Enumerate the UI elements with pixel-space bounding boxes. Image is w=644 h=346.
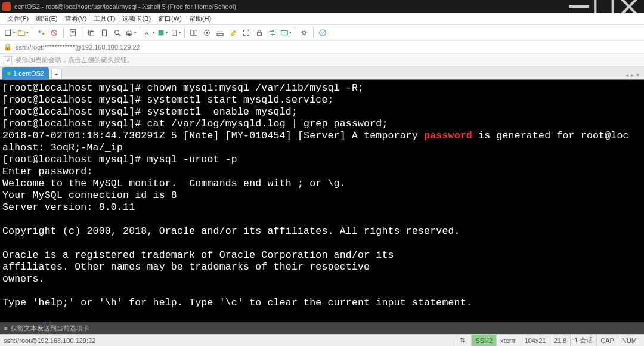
address-bar[interactable]: 🔒 ssh://root:************@192.168.100.12… bbox=[0, 41, 644, 54]
terminal-line: owners. bbox=[2, 273, 642, 285]
paste-icon[interactable] bbox=[98, 27, 110, 39]
svg-rect-23 bbox=[158, 30, 163, 35]
transfer-icon[interactable] bbox=[267, 27, 278, 39]
status-segment: SSH2 bbox=[471, 335, 496, 346]
svg-rect-14 bbox=[90, 31, 94, 36]
tab-add-button[interactable]: + bbox=[51, 69, 62, 79]
svg-text:?: ? bbox=[321, 30, 324, 35]
compose-icon[interactable] bbox=[214, 27, 226, 39]
menu-item[interactable]: 工具(T) bbox=[90, 13, 119, 24]
svg-point-17 bbox=[115, 30, 119, 34]
terminal-line: 2018-07-02T01:18:44.730291Z 5 [Note] [MY… bbox=[2, 130, 642, 142]
svg-rect-25 bbox=[194, 30, 197, 35]
close-button[interactable] bbox=[617, 0, 642, 13]
new-session-icon[interactable]: ▾ bbox=[4, 27, 16, 39]
open-icon[interactable]: ▾ bbox=[17, 27, 29, 39]
maximize-button[interactable] bbox=[592, 0, 617, 13]
terminal-line: Oracle is a registered trademark of Orac… bbox=[2, 249, 642, 261]
svg-rect-15 bbox=[103, 30, 107, 36]
terminal-line: [root@localhost mysql]# systemctl enable… bbox=[2, 106, 642, 118]
menu-item[interactable]: 文件(F) bbox=[4, 13, 32, 24]
svg-line-18 bbox=[119, 33, 121, 36]
status-left: ssh://root@192.168.100.129:22 bbox=[4, 337, 456, 344]
hint-bar: ↲ 要添加当前会话，点击左侧的箭头按钮。 bbox=[0, 54, 644, 67]
svg-point-7 bbox=[42, 33, 45, 35]
status-segment: NUM bbox=[618, 335, 640, 346]
xftp-icon[interactable]: ▾ bbox=[280, 27, 292, 39]
terminal-line: [root@localhost mysql]# chown mysql:mysq… bbox=[2, 82, 642, 94]
terminal-line bbox=[2, 214, 642, 225]
tunneling-icon[interactable] bbox=[201, 27, 213, 39]
tab-left-arrow-icon[interactable]: ◂ bbox=[626, 72, 628, 78]
status-segment: 21,8 bbox=[550, 335, 570, 346]
menu-item[interactable]: 窗口(W) bbox=[154, 13, 185, 24]
compose-text: 仅将文本发送到当前选项卡 bbox=[11, 324, 89, 333]
tab-bar: 1 centOS2 + ◂ ▸ ▾ bbox=[0, 67, 644, 80]
menu-item[interactable]: 查看(V) bbox=[61, 13, 91, 24]
terminal-line: alhost: 3oqR;-Ma/_ip bbox=[2, 142, 642, 154]
app-icon bbox=[2, 2, 11, 11]
properties-icon[interactable] bbox=[67, 27, 79, 39]
svg-rect-30 bbox=[258, 32, 262, 35]
menu-item[interactable]: 帮助(H) bbox=[185, 13, 215, 24]
menu-bar: 文件(F)编辑(E)查看(V)工具(T)选项卡(B)窗口(W)帮助(H) bbox=[0, 13, 644, 25]
font-icon[interactable]: A▾ bbox=[143, 27, 155, 39]
window-title: centOS2 - root@localhost:/usr/local/mysq… bbox=[14, 3, 566, 10]
terminal-line: affiliates. Other names may be trademark… bbox=[2, 261, 642, 273]
tab-right-arrow-icon[interactable]: ▸ bbox=[631, 72, 634, 78]
terminal-output[interactable]: [root@localhost mysql]# chown mysql:mysq… bbox=[0, 80, 644, 322]
terminal-line: [root@localhost mysql]# mysql -uroot -p bbox=[2, 154, 642, 166]
color-icon[interactable]: ▾ bbox=[156, 27, 168, 39]
help-icon[interactable]: ? bbox=[317, 27, 329, 39]
connection-status-icon bbox=[7, 72, 11, 75]
address-text: ssh://root:************@192.168.100.129:… bbox=[16, 44, 140, 51]
terminal-line: Type 'help;' or '\h' for help. Type '\c'… bbox=[2, 297, 642, 309]
svg-line-9 bbox=[52, 31, 55, 34]
lock-icon[interactable] bbox=[253, 27, 265, 39]
terminal-line: Copyright (c) 2000, 2018, Oracle and/or … bbox=[2, 225, 642, 237]
minimize-button[interactable] bbox=[566, 0, 592, 13]
status-indicator-icon: ⇅ bbox=[456, 335, 469, 346]
title-bar: centOS2 - root@localhost:/usr/local/mysq… bbox=[0, 0, 644, 13]
highlight-icon[interactable] bbox=[227, 27, 239, 39]
svg-point-32 bbox=[302, 31, 305, 34]
terminal-line: Server version: 8.0.11 bbox=[2, 202, 642, 214]
svg-point-27 bbox=[206, 32, 208, 34]
tab-menu-icon[interactable]: ▾ bbox=[636, 72, 639, 78]
disconnect-icon[interactable] bbox=[48, 27, 60, 39]
hint-text: 要添加当前会话，点击左侧的箭头按钮。 bbox=[16, 55, 134, 64]
lock-small-icon: 🔒 bbox=[4, 43, 12, 51]
tab-centos2[interactable]: 1 centOS2 bbox=[2, 67, 49, 79]
svg-rect-28 bbox=[217, 33, 224, 35]
find-icon[interactable] bbox=[112, 27, 123, 39]
svg-rect-20 bbox=[128, 30, 131, 32]
reconnect-icon[interactable] bbox=[35, 27, 47, 39]
svg-rect-16 bbox=[103, 29, 106, 30]
fullscreen-icon[interactable] bbox=[240, 27, 252, 39]
compose-bar[interactable]: ≡ 仅将文本发送到当前选项卡 bbox=[0, 322, 644, 334]
menu-item[interactable]: 选项卡(B) bbox=[119, 13, 154, 24]
svg-text:A: A bbox=[144, 29, 148, 36]
terminal-line: [root@localhost mysql]# systemctl start … bbox=[2, 94, 642, 106]
menu-item[interactable]: 编辑(E) bbox=[32, 13, 61, 24]
copy-icon[interactable] bbox=[85, 27, 97, 39]
terminal-line: Enter password: bbox=[2, 166, 642, 178]
terminal-line: [root@localhost mysql]# cat /var/log/mys… bbox=[2, 118, 642, 130]
status-segment: 1 会话 bbox=[570, 335, 596, 346]
status-segment: 104x21 bbox=[521, 335, 550, 346]
svg-rect-4 bbox=[5, 30, 10, 35]
toolbar: ▾ ▾ ▾ A▾ ▾ ▾ ▾ ? bbox=[0, 25, 644, 41]
svg-rect-24 bbox=[191, 30, 193, 35]
terminal-line bbox=[2, 309, 642, 321]
status-segment: xterm bbox=[496, 335, 521, 346]
status-segment: CAP bbox=[596, 335, 618, 346]
compose-menu-icon[interactable]: ≡ bbox=[4, 325, 7, 332]
options-icon[interactable] bbox=[298, 27, 310, 39]
script-icon[interactable]: ▾ bbox=[169, 27, 181, 39]
sessions-panel-icon[interactable] bbox=[188, 27, 200, 39]
add-session-icon[interactable]: ↲ bbox=[4, 56, 12, 64]
print-icon[interactable]: ▾ bbox=[125, 27, 137, 39]
status-bar: ssh://root@192.168.100.129:22 ⇅SSH2xterm… bbox=[0, 334, 644, 346]
tab-controls: ◂ ▸ ▾ bbox=[626, 72, 642, 79]
terminal-line: Your MySQL connection id is 8 bbox=[2, 190, 642, 202]
